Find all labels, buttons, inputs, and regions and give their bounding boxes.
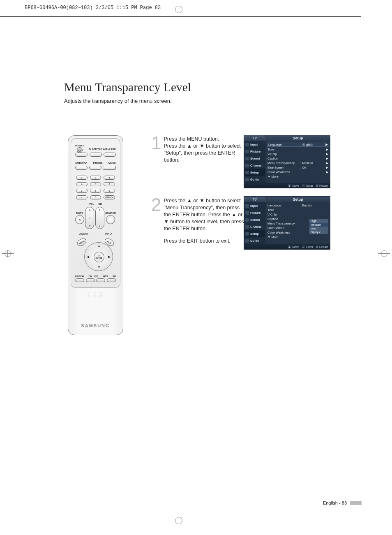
num-1: 1 bbox=[76, 176, 88, 180]
num-dash: - bbox=[76, 195, 88, 199]
step-text: Press the MENU button. Press the ▲ or ▼ … bbox=[164, 136, 246, 164]
step-number: 2 bbox=[151, 197, 161, 212]
dots: ○ ○ ○○ ○ ○ bbox=[68, 291, 123, 298]
mode-label: MODE bbox=[108, 162, 116, 164]
osd-sidebar: Input Picture Sound Channel Setup Guide bbox=[244, 202, 265, 244]
osd-content: Language: English▶Time▶V-Chip▶Caption▶Me… bbox=[265, 141, 330, 183]
osd-more: ▼ More bbox=[267, 175, 328, 178]
osd-tv-label: TV bbox=[244, 197, 265, 202]
mute-label: MUTE bbox=[76, 212, 83, 214]
fp-label: FP bbox=[113, 275, 116, 278]
num-9: 9 bbox=[104, 189, 115, 193]
power-label: POWER bbox=[75, 144, 85, 147]
num-0: 0 bbox=[90, 195, 101, 199]
num-5: 5 bbox=[90, 182, 101, 186]
sidebar-guide: Guide bbox=[244, 237, 265, 244]
page-subtitle: Adjusts the transparency of the menu scr… bbox=[64, 98, 172, 104]
osd-tv-label: TV bbox=[244, 135, 265, 141]
footer-bar bbox=[350, 501, 362, 505]
source-label: SOURCE bbox=[105, 212, 116, 214]
sidebar-sound: Sound bbox=[244, 216, 265, 223]
brand-label: SAMSUNG bbox=[68, 323, 123, 328]
sidebar-sound: Sound bbox=[244, 155, 265, 162]
ch-rocker: ∧∨ bbox=[95, 207, 104, 229]
step-text: Press the ▲ or ▼ button to select "Menu … bbox=[164, 197, 246, 232]
crop-mark bbox=[2, 250, 14, 257]
osd-setup-menu-1: TV Setup Input Picture Sound Channel Set… bbox=[244, 135, 330, 188]
number-pad: 1 2 3 4 5 6 7 8 9 - 0 PRE-CH bbox=[76, 176, 115, 199]
osd-row: V-Chip bbox=[267, 212, 328, 217]
osd-sidebar: Input Picture Sound Channel Setup Guide bbox=[244, 141, 265, 183]
transparency-dropdown: HighMediumLowOpaque bbox=[309, 219, 329, 234]
dropdown-option: Low bbox=[309, 227, 328, 230]
dropdown-option: Opaque bbox=[309, 230, 328, 234]
source-button bbox=[106, 215, 115, 224]
dropdown-option: Medium bbox=[309, 223, 328, 227]
info-label: INFO bbox=[105, 232, 112, 235]
sidebar-input: Input bbox=[244, 202, 265, 209]
chlist-label: CH LIST bbox=[88, 275, 98, 278]
d-pad: ▲ ▼ ◀ ▶ ↵ ENTER bbox=[84, 242, 113, 271]
osd-row: V-Chip▶ bbox=[267, 152, 328, 156]
sidebar-picture: Picture bbox=[244, 148, 265, 155]
page-title: Menu Transparency Level bbox=[64, 81, 191, 94]
num-2: 2 bbox=[90, 176, 101, 180]
crop-mark bbox=[175, 517, 182, 524]
vol-rocker: ∧+∨ bbox=[85, 207, 94, 229]
pmode-label: P.MODE bbox=[93, 162, 103, 164]
crop-mark bbox=[361, 512, 361, 535]
osd-title: Setup bbox=[265, 135, 330, 141]
crop-mark bbox=[361, 0, 361, 16]
vol-label: VOL bbox=[89, 203, 94, 205]
osd-row: Language: English bbox=[267, 203, 328, 208]
osd-setup-menu-2: TV Setup Input Picture Sound Channel Set… bbox=[244, 196, 330, 250]
page-footer: English - 83 bbox=[323, 500, 362, 505]
osd-title: Setup bbox=[265, 197, 330, 202]
mode-labels: TV STB VCR CABLE DVD bbox=[89, 148, 116, 150]
osd-row: Time▶ bbox=[267, 147, 328, 152]
sidebar-setup: Setup bbox=[244, 169, 265, 176]
crop-mark bbox=[175, 6, 182, 13]
sidebar-channel: Channel bbox=[244, 223, 265, 230]
favch-label: FAV.CH bbox=[75, 275, 84, 278]
enter-button: ↵ ENTER bbox=[94, 252, 104, 262]
osd-footer: ◆Move ↵Enter ⅡReturn bbox=[244, 183, 330, 188]
step-number: 1 bbox=[151, 136, 161, 150]
sidebar-picture: Picture bbox=[244, 209, 265, 216]
osd-more: ▼ More bbox=[267, 235, 328, 239]
aspect-label: Aspect bbox=[79, 232, 88, 235]
step-2: 2 Press the ▲ or ▼ button to select "Men… bbox=[151, 197, 246, 245]
crop-mark bbox=[378, 250, 390, 257]
power-button: ⏻ bbox=[77, 147, 83, 153]
osd-row: Blue Screen: Off▶ bbox=[267, 165, 328, 170]
mts-label: MTS bbox=[103, 275, 108, 278]
num-3: 3 bbox=[104, 176, 115, 180]
num-8: 8 bbox=[90, 189, 101, 193]
num-4: 4 bbox=[76, 182, 88, 186]
dropdown-option: High bbox=[309, 219, 328, 223]
num-6: 6 bbox=[104, 182, 115, 186]
osd-row: Time bbox=[267, 208, 328, 212]
step-exit-text: Press the EXIT button to exit. bbox=[164, 238, 246, 245]
menu-button: MENU bbox=[76, 237, 88, 248]
page-number: English - 83 bbox=[323, 500, 347, 505]
sidebar-channel: Channel bbox=[244, 162, 265, 169]
crop-mark bbox=[0, 16, 361, 17]
osd-row: Language: English▶ bbox=[267, 142, 329, 147]
ch-label: CH bbox=[98, 203, 102, 205]
num-7: 7 bbox=[76, 189, 88, 193]
step-1: 1 Press the MENU button. Press the ▲ or … bbox=[151, 136, 246, 164]
osd-footer: ◆Move ↵Enter ⅡReturn bbox=[244, 244, 330, 249]
sidebar-setup: Setup bbox=[244, 230, 265, 237]
osd-row: Menu Transparency: Medium▶ bbox=[267, 161, 328, 165]
pre-ch: PRE-CH bbox=[104, 195, 115, 199]
osd-row: Color Weakness▶ bbox=[267, 170, 328, 174]
remote-control-figure: POWER ⏻ TV STB VCR CABLE DVD ANTENNA P.M… bbox=[68, 135, 123, 335]
osd-row: Caption▶ bbox=[267, 156, 328, 161]
mute-button: ✕ bbox=[75, 215, 84, 224]
sidebar-guide: Guide bbox=[244, 176, 265, 183]
osd-content: Language: EnglishTimeV-ChipCaptionMenu T… bbox=[265, 202, 330, 244]
sidebar-input: Input bbox=[244, 141, 265, 148]
antenna-label: ANTENNA bbox=[75, 162, 87, 164]
print-header: BP68-00496A-00(082~103) 3/3/05 1:15 PM P… bbox=[25, 5, 161, 11]
